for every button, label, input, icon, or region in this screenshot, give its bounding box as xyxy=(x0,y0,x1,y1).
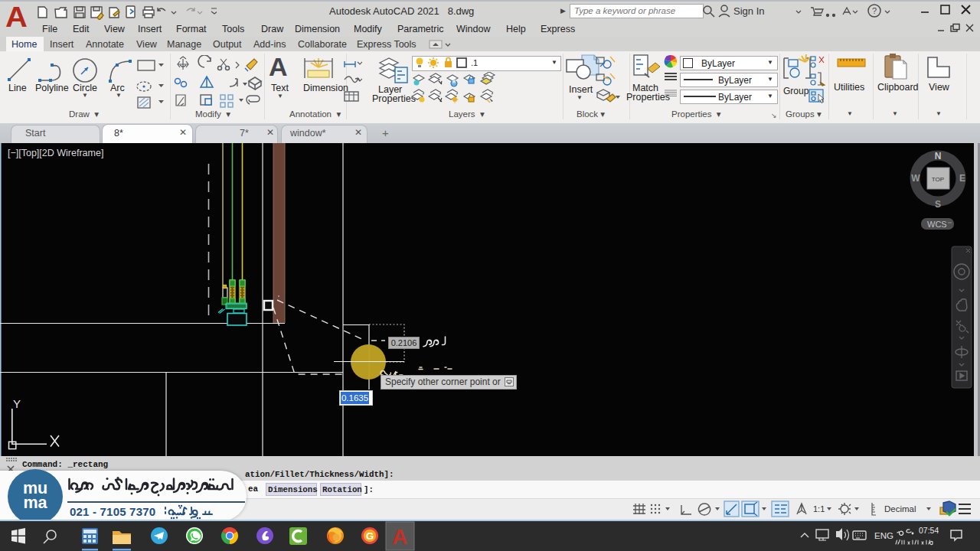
svg-text:W: W xyxy=(911,173,920,184)
svg-text:N: N xyxy=(935,151,942,161)
svg-text:WCS: WCS xyxy=(927,220,947,229)
svg-text:?: ? xyxy=(872,6,877,15)
svg-text:G: G xyxy=(366,530,374,542)
svg-text:E: E xyxy=(959,173,965,184)
svg-text:TOP: TOP xyxy=(932,176,944,183)
svg-text:1:1: 1:1 xyxy=(813,504,825,514)
svg-text:S: S xyxy=(935,199,941,210)
svg-text:Y: Y xyxy=(13,397,21,410)
svg-text:Decimal: Decimal xyxy=(884,504,916,514)
svg-text:.1: .1 xyxy=(471,58,478,67)
svg-text:07:54: 07:54 xyxy=(919,526,939,535)
svg-text:ENG: ENG xyxy=(874,531,893,540)
svg-text:A: A xyxy=(392,525,407,549)
